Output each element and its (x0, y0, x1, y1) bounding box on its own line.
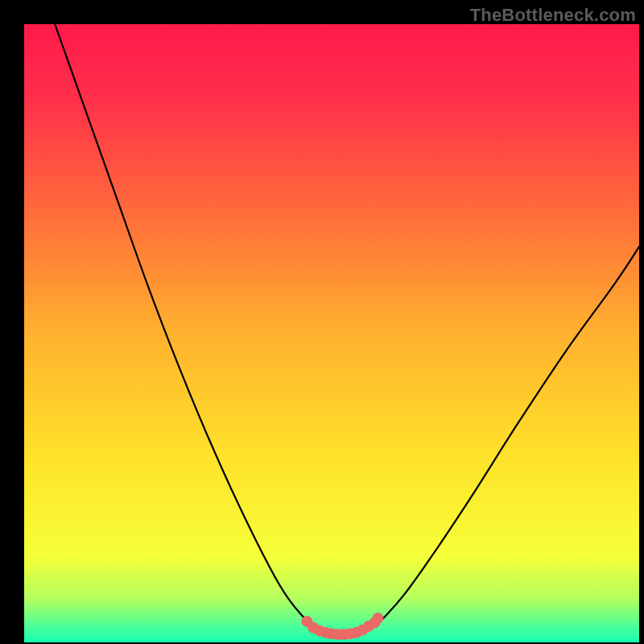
marker-dot (372, 613, 383, 624)
attribution-text: TheBottleneck.com (470, 5, 636, 26)
bottleneck-chart: TheBottleneck.com (0, 0, 644, 644)
gradient-background (24, 24, 639, 642)
chart-plot-area (0, 0, 644, 644)
